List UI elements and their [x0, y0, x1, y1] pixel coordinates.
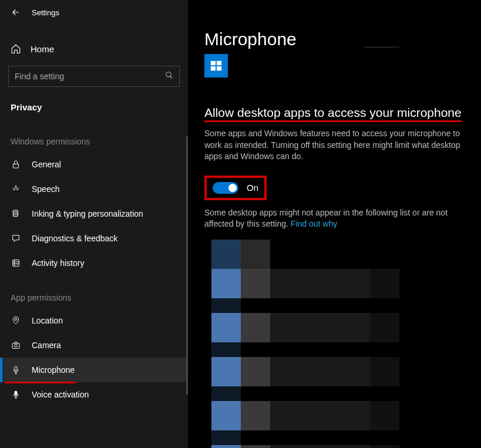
list-item — [211, 298, 463, 313]
desktop-apps-mic-toggle-row: On — [204, 176, 267, 200]
settings-sidebar: Settings Home Privacy Windows permission… — [0, 0, 188, 448]
decorative-line — [364, 46, 399, 48]
nav-label: Speech — [32, 184, 59, 194]
list-item — [211, 313, 463, 342]
search-icon — [165, 71, 173, 82]
svg-rect-18 — [211, 66, 216, 70]
toggle-thumb — [228, 184, 237, 192]
inking-icon — [11, 209, 21, 218]
svg-rect-16 — [211, 61, 216, 65]
voice-icon — [11, 390, 21, 399]
svg-rect-19 — [217, 66, 221, 70]
sidebar-item-inking[interactable]: Inking & typing personalization — [0, 201, 188, 226]
sidebar-item-microphone[interactable]: Microphone — [0, 358, 188, 382]
svg-rect-2 — [13, 164, 18, 168]
main-content: Microphone Allow desktop apps to access … — [188, 0, 481, 448]
svg-point-11 — [15, 318, 16, 320]
list-item — [211, 357, 463, 386]
section-title: Allow desktop apps to access your microp… — [204, 106, 462, 122]
titlebar: Settings — [0, 0, 188, 25]
nav-label: Diagnostics & feedback — [32, 234, 117, 243]
section-header-windows-permissions: Windows permissions — [0, 119, 188, 152]
sidebar-item-voice[interactable]: Voice activation — [0, 382, 188, 407]
lock-icon — [11, 160, 21, 169]
privacy-category-label: Privacy — [0, 92, 188, 119]
home-icon — [11, 43, 21, 54]
sidebar-item-activity[interactable]: Activity history — [0, 251, 188, 275]
svg-line-1 — [170, 76, 173, 79]
nav-label: Location — [32, 316, 63, 325]
search-box[interactable] — [8, 66, 180, 87]
sidebar-item-camera[interactable]: Camera — [0, 333, 188, 358]
speech-icon — [11, 184, 21, 194]
nav-label: Voice activation — [32, 390, 89, 399]
feedback-icon — [11, 234, 21, 243]
list-item — [211, 269, 463, 298]
nav-label: Activity history — [32, 258, 84, 268]
nav-label: General — [32, 160, 61, 169]
desktop-apps-mic-toggle[interactable] — [213, 182, 238, 194]
back-button[interactable] — [11, 7, 21, 18]
search-input[interactable] — [15, 72, 165, 81]
sidebar-item-general[interactable]: General — [0, 152, 188, 177]
list-item — [211, 342, 463, 357]
desktop-app-list — [211, 240, 463, 448]
list-item — [211, 240, 463, 269]
list-item — [211, 445, 463, 448]
nav-label: Microphone — [32, 365, 75, 375]
list-item — [211, 430, 463, 445]
page-title: Microphone — [204, 29, 463, 49]
svg-rect-7 — [13, 260, 19, 267]
sidebar-item-speech[interactable]: Speech — [0, 177, 188, 201]
svg-point-0 — [166, 72, 171, 77]
microphone-icon — [11, 365, 21, 375]
svg-point-13 — [15, 344, 18, 347]
sidebar-item-home[interactable]: Home — [0, 36, 188, 61]
app-tile-icon — [204, 54, 228, 78]
search-container — [0, 61, 188, 92]
camera-icon — [11, 341, 21, 350]
nav-label: Camera — [32, 341, 61, 350]
list-item — [211, 386, 463, 401]
sidebar-item-diagnostics[interactable]: Diagnostics & feedback — [0, 226, 188, 251]
sidebar-item-location[interactable]: Location — [0, 308, 188, 333]
window-title: Settings — [32, 8, 59, 17]
home-label: Home — [31, 44, 54, 54]
svg-rect-17 — [217, 61, 221, 65]
location-icon — [11, 316, 21, 325]
nav-label: Inking & typing personalization — [32, 209, 143, 218]
section-description: Some apps and Windows features need to a… — [204, 128, 463, 163]
toggle-state-label: On — [247, 183, 258, 193]
svg-rect-15 — [15, 391, 17, 395]
note-text: Some desktop apps might not appear in th… — [204, 207, 463, 230]
find-out-why-link[interactable]: Find out why — [291, 219, 337, 228]
activity-icon — [11, 258, 21, 268]
list-item — [211, 401, 463, 430]
svg-rect-14 — [15, 366, 17, 370]
section-header-app-permissions: App permissions — [0, 275, 188, 308]
